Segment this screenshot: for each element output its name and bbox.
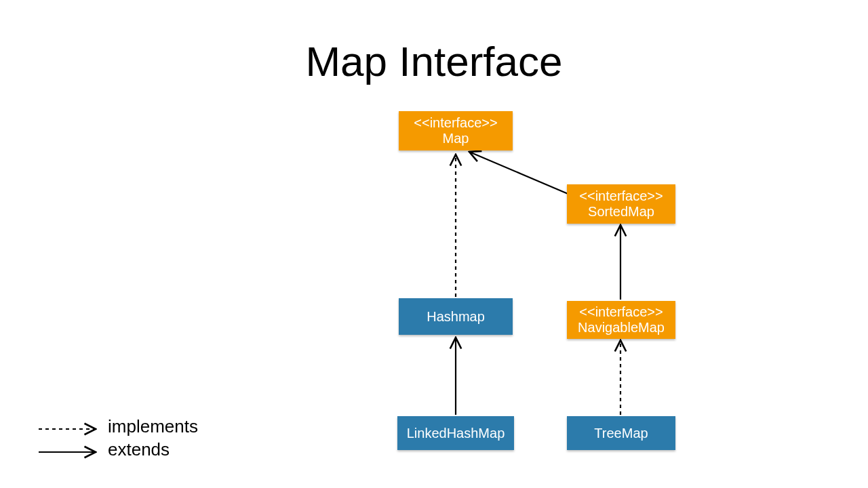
node-linkedhashmap: LinkedHashMap (397, 416, 514, 450)
legend-extends: extends (37, 438, 198, 461)
node-navigablemap: <<interface>> NavigableMap (567, 301, 675, 339)
node-name: LinkedHashMap (407, 426, 505, 441)
node-name: Map (443, 131, 469, 146)
node-name: SortedMap (588, 204, 654, 220)
node-name: NavigableMap (578, 320, 665, 336)
legend-label: extends (108, 439, 170, 460)
edge-sortedmap-map (469, 152, 574, 197)
legend-implements: implements (37, 415, 198, 438)
node-stereotype: <<interface>> (579, 304, 663, 320)
node-hashmap: Hashmap (399, 298, 513, 335)
diagram-stage: Map Interface <<interface>> Map <<interf… (0, 0, 868, 488)
node-name: TreeMap (594, 426, 648, 441)
legend-arrow-implements-icon (37, 420, 98, 433)
legend-arrow-extends-icon (37, 443, 98, 456)
node-stereotype: <<interface>> (414, 115, 497, 131)
node-stereotype: <<interface>> (579, 188, 663, 204)
node-name: Hashmap (427, 309, 485, 325)
diagram-title: Map Interface (0, 37, 868, 85)
node-sortedmap: <<interface>> SortedMap (567, 184, 675, 224)
node-treemap: TreeMap (567, 416, 675, 450)
node-map: <<interface>> Map (399, 111, 513, 150)
legend: implements extends (37, 415, 198, 461)
legend-label: implements (108, 416, 198, 437)
